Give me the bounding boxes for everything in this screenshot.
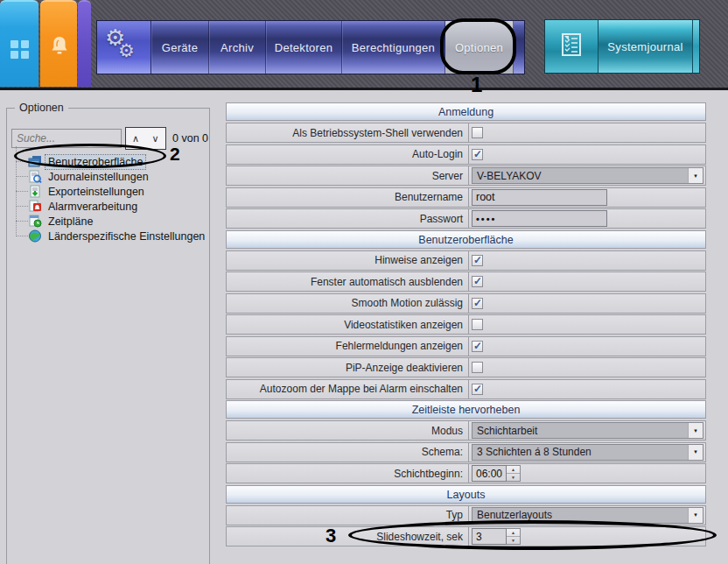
checkbox[interactable] (472, 127, 483, 138)
spinner-buttons (507, 465, 521, 482)
row-label: Hinweise anzeigen (227, 251, 469, 270)
chevron-down-icon[interactable] (688, 168, 703, 183)
menu-item-optionen[interactable]: Optionen (445, 21, 514, 74)
dropdown[interactable]: Benutzerlayouts (472, 507, 704, 524)
checkbox[interactable] (472, 276, 483, 287)
tree-item-journaleinstellungen[interactable]: Journaleinstellungen (12, 169, 206, 184)
spinner-buttons (507, 528, 521, 545)
chevron-down-icon[interactable] (688, 445, 703, 460)
settings-row: Schema:3 Schichten á 8 Stunden (226, 442, 706, 462)
settings-row: ServerV-BELYAKOV (226, 166, 706, 186)
settings-row: Schichtbeginn:06:00 (226, 463, 706, 483)
search-next-button[interactable]: ∨ (145, 127, 166, 150)
row-label: Typ (227, 506, 469, 525)
toolbar-spacer (514, 21, 524, 74)
dropdown[interactable]: 3 Schichten á 8 Stunden (472, 444, 704, 461)
dropdown[interactable]: Schichtarbeit (472, 422, 704, 439)
search-result-count: 0 von 0 (172, 132, 208, 145)
systemjournal-group: Systemjournal (544, 19, 700, 74)
settings-row: ModusSchichtarbeit (226, 420, 706, 441)
row-label: Fehlermeldungen anzeigen (227, 337, 469, 356)
window-icon (28, 155, 42, 168)
systemjournal-icon-button[interactable] (545, 20, 598, 73)
password-field[interactable]: •••• (472, 210, 607, 227)
checkbox[interactable] (472, 298, 483, 309)
section-header: Anmeldung (226, 102, 706, 121)
schedule-icon (28, 215, 42, 228)
section-header: Zeitleiste hervorheben (226, 400, 706, 419)
globe-icon (28, 229, 42, 243)
dropdown[interactable]: V-BELYAKOV (472, 167, 704, 184)
checkbox[interactable] (472, 384, 483, 395)
systemjournal-button[interactable]: Systemjournal (598, 20, 692, 73)
checkbox[interactable] (472, 362, 483, 373)
section-header: Benutzeroberfläche (226, 230, 706, 249)
chevron-down-icon[interactable] (688, 423, 703, 438)
checkbox[interactable] (472, 341, 483, 352)
menu-item-detektoren[interactable]: Detektoren (266, 21, 342, 74)
alarm-tab[interactable] (40, 0, 77, 87)
settings-row: TypBenutzerlayouts (226, 505, 706, 525)
row-control-cell: 3 (469, 527, 705, 546)
row-label: Passwort (227, 209, 469, 228)
spinner-down-button[interactable] (507, 537, 520, 544)
checkbox[interactable] (472, 149, 483, 160)
spinner-down-button[interactable] (507, 474, 520, 481)
tree-connector (16, 191, 28, 192)
checkbox[interactable] (472, 319, 483, 330)
search-prev-button[interactable]: ∧ (125, 127, 146, 150)
tree-item-label: Zeitpläne (46, 215, 95, 229)
tree-item-zeitpl-ne[interactable]: Zeitpläne (12, 214, 206, 229)
systemjournal-end-strip (692, 20, 699, 73)
row-label: Server (227, 166, 469, 185)
search-input[interactable] (11, 129, 122, 148)
spinner-value[interactable]: 3 (472, 528, 507, 545)
gear-icon: ⚙ (118, 40, 135, 61)
top-header-bar: ⚙ ⚙ GeräteArchivDetektorenBerechtigungen… (0, 0, 728, 90)
tree-item-alarmverarbeitung[interactable]: Alarmverarbeitung (12, 199, 206, 214)
spinner-value[interactable]: 06:00 (472, 465, 507, 482)
row-control-cell (469, 358, 705, 377)
row-label: Fenster automatisch ausblenden (227, 272, 469, 291)
dropdown-value: Schichtarbeit (472, 425, 688, 437)
row-label: Schichtbeginn: (227, 464, 469, 483)
tree-connector (16, 236, 28, 236)
main-toolbar: ⚙ ⚙ GeräteArchivDetektorenBerechtigungen… (96, 20, 525, 74)
spinner-up-button[interactable] (507, 529, 520, 537)
row-control-cell (469, 337, 705, 356)
row-control-cell: Schichtarbeit (469, 421, 705, 440)
row-control-cell: Benutzerlayouts (469, 506, 705, 525)
spinner-field: 3 (472, 528, 521, 545)
menu-item-berechtigungen[interactable]: Berechtigungen (342, 21, 445, 74)
spinner-up-button[interactable] (507, 466, 520, 474)
tree-connector (16, 206, 28, 207)
tree-item-label: Benutzeroberfläche (46, 155, 145, 169)
section-header: Layouts (226, 485, 706, 504)
tree-item-benutzeroberflaeche[interactable]: Benutzeroberfläche (12, 154, 206, 169)
search-row: ∧ ∨ 0 von 0 (11, 127, 206, 150)
bell-icon (48, 35, 71, 61)
apps-tab[interactable] (0, 0, 38, 87)
settings-panel: AnmeldungAls Betriebssystem-Shell verwen… (226, 102, 706, 548)
menu-item-archiv[interactable]: Archiv (209, 21, 266, 74)
chevron-down-icon[interactable] (688, 508, 703, 523)
row-control-cell (469, 123, 705, 142)
settings-row: Benutzernameroot (226, 187, 706, 208)
row-label: Modus (227, 421, 469, 440)
text-field[interactable]: root (472, 189, 607, 206)
settings-gears-button[interactable]: ⚙ ⚙ (97, 21, 151, 74)
checkbox[interactable] (472, 255, 483, 266)
options-tree: BenutzeroberflächeJournaleinstellungenEx… (12, 154, 206, 243)
tree-item-label: Alarmverarbeitung (46, 200, 140, 214)
alarm-icon (28, 200, 42, 213)
settings-row: Als Betriebssystem-Shell verwenden (226, 123, 706, 143)
settings-row: Auto-Login (226, 145, 706, 165)
purple-tab[interactable] (78, 0, 91, 87)
row-label: Autozoom der Mappe bei Alarm einschalten (227, 380, 469, 398)
dropdown-value: 3 Schichten á 8 Stunden (472, 446, 688, 458)
row-control-cell: 3 Schichten á 8 Stunden (469, 443, 705, 462)
row-control-cell: root (469, 188, 705, 207)
tree-item-exporteinstellungen[interactable]: Exporteinstellungen (12, 184, 206, 199)
tree-item-l-nderspezifische-einstellungen[interactable]: Länderspezifische Einstellungen (12, 229, 206, 243)
menu-item-geräte[interactable]: Geräte (151, 21, 209, 74)
